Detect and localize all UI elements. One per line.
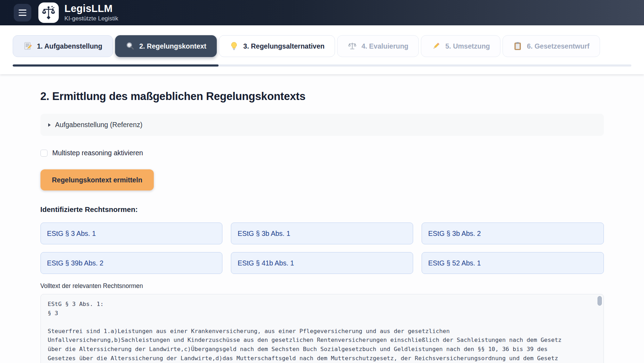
app-title: LegisLLM xyxy=(64,3,118,14)
tab-label: 6. Gesetzesentwurf xyxy=(527,42,589,50)
norm-chip: EStG § 3 Abs. 1 xyxy=(40,223,223,244)
app-header: LegisLLM KI-gestützte Legistik xyxy=(0,0,644,25)
norms-heading: Identifizierte Rechtsnormen: xyxy=(40,205,604,214)
tab-label: 4. Evaluierung xyxy=(361,42,408,50)
progress-bar xyxy=(13,64,631,67)
multistep-checkbox-label[interactable]: Multistep reasoning aktivieren xyxy=(52,149,143,157)
fulltext-label: Volltext der relevanten Rechtsnormen xyxy=(40,282,604,290)
app-subtitle: KI-gestützte Legistik xyxy=(64,15,118,23)
hamburger-menu-button[interactable] xyxy=(14,4,31,21)
tab-evaluierung: 4. Evaluierung xyxy=(337,35,419,57)
step-toolbar: 1. Aufgabenstellung 2. Regelungskontext … xyxy=(0,25,644,74)
scales-logo-icon xyxy=(41,5,56,20)
expander-aufgabenstellung-referenz[interactable]: Aufgabenstellung (Referenz) xyxy=(40,114,604,136)
app-logo xyxy=(38,2,59,23)
tab-regelungsalternativen[interactable]: 3. Regelungsalternativen xyxy=(219,35,335,57)
progress-fill xyxy=(13,64,219,67)
multistep-checkbox-row: Multistep reasoning aktivieren xyxy=(40,149,604,157)
caret-right-icon xyxy=(48,123,51,127)
norm-chip: EStG § 39b Abs. 2 xyxy=(40,252,223,274)
tab-label: 3. Regelungsalternativen xyxy=(243,42,324,50)
clipboard-icon xyxy=(513,42,522,51)
multistep-checkbox[interactable] xyxy=(40,150,48,157)
pencil-icon xyxy=(431,42,441,51)
scales-icon xyxy=(348,42,357,51)
textarea-scrollbar-thumb[interactable] xyxy=(598,296,602,306)
expander-label: Aufgabenstellung (Referenz) xyxy=(55,121,143,129)
norms-grid: EStG § 3 Abs. 1 EStG § 3b Abs. 1 EStG § … xyxy=(40,223,604,274)
main-content: 2. Ermittlung des maßgeblichen Regelungs… xyxy=(40,90,604,363)
tab-umsetzung: 5. Umsetzung xyxy=(421,35,500,57)
norm-chip: EStG § 52 Abs. 1 xyxy=(422,252,604,274)
step-tabs: 1. Aufgabenstellung 2. Regelungskontext … xyxy=(13,35,631,57)
norm-chip: EStG § 3b Abs. 1 xyxy=(231,223,413,244)
norm-chip: EStG § 41b Abs. 1 xyxy=(231,252,413,274)
tab-aufgabenstellung[interactable]: 1. Aufgabenstellung xyxy=(13,35,113,57)
regelungskontext-ermitteln-button[interactable]: Regelungskontext ermitteln xyxy=(40,169,154,190)
tab-label: 2. Regelungskontext xyxy=(139,42,207,50)
page-title: 2. Ermittlung des maßgeblichen Regelungs… xyxy=(40,90,604,103)
norm-chip: EStG § 3b Abs. 2 xyxy=(422,223,604,244)
lightbulb-icon xyxy=(229,42,239,51)
tab-gesetzesentwurf: 6. Gesetzesentwurf xyxy=(503,35,600,57)
fulltext-content: EStG § 3 Abs. 1: § 3 Steuerfrei sind 1.a… xyxy=(41,294,604,363)
tab-label: 1. Aufgabenstellung xyxy=(37,42,102,50)
fulltext-textarea[interactable]: EStG § 3 Abs. 1: § 3 Steuerfrei sind 1.a… xyxy=(40,294,604,363)
tab-regelungskontext[interactable]: 2. Regelungskontext xyxy=(115,35,217,57)
magnifier-icon xyxy=(126,42,135,51)
memo-icon xyxy=(23,42,32,51)
tab-label: 5. Umsetzung xyxy=(445,42,490,50)
